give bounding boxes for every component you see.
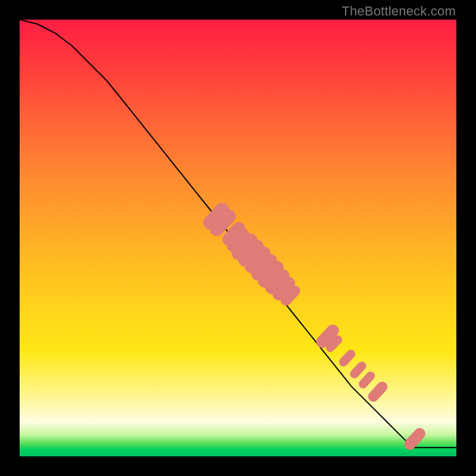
data-point	[410, 434, 419, 444]
plot-area	[20, 20, 456, 456]
data-point	[363, 376, 371, 384]
data-point	[217, 217, 228, 229]
attribution-label: TheBottleneck.com	[342, 4, 456, 19]
data-point	[373, 387, 382, 396]
data-point	[343, 354, 351, 362]
data-point	[322, 331, 333, 342]
chart-svg	[20, 20, 456, 456]
data-point	[286, 291, 295, 300]
data-point	[355, 366, 362, 374]
chart-frame: TheBottleneck.com	[0, 0, 476, 476]
data-points	[210, 210, 419, 444]
data-point	[330, 340, 338, 347]
